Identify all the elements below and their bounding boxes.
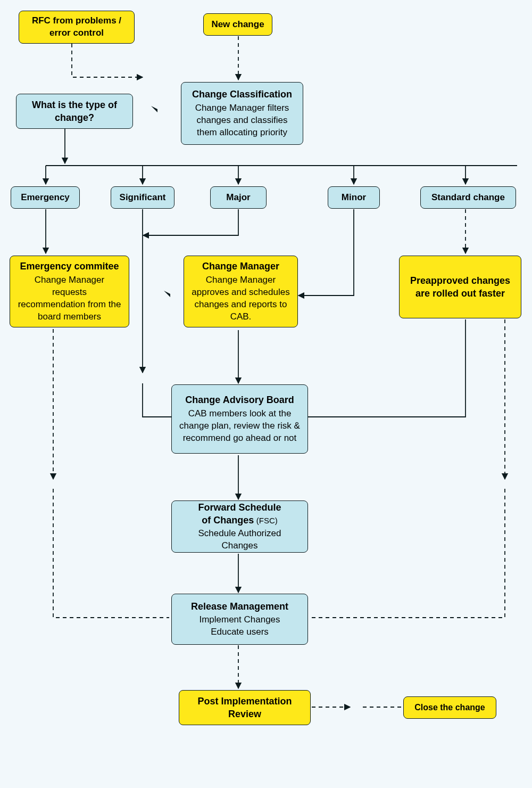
box-close-change: Close the change: [403, 696, 496, 719]
label: Forward Schedule of Changes (FSC): [179, 501, 300, 527]
box-category-standard: Standard change: [420, 186, 516, 209]
label: Change Advisory Board: [179, 393, 300, 406]
sublabel: Schedule Authorized Changes: [179, 528, 300, 552]
label: Preapproved changes are rolled out faste…: [407, 274, 513, 300]
box-rfc-source: RFC from problems / error control: [19, 11, 135, 44]
label: New change: [211, 19, 264, 31]
box-type-question: What is the type of change?: [16, 94, 133, 129]
box-emergency-committee: Emergency commitee Change Manager reques…: [10, 256, 129, 327]
box-fsc: Forward Schedule of Changes (FSC) Schedu…: [171, 500, 308, 553]
box-new-change: New change: [203, 13, 272, 36]
sublabel: Implement Changes Educate users: [179, 614, 300, 638]
label: Significant: [119, 192, 167, 204]
sublabel: Change Manager filters changes and class…: [189, 102, 295, 139]
box-category-significant: Significant: [111, 186, 174, 209]
box-change-manager: Change Manager Change Manager approves a…: [184, 256, 298, 327]
label: Change Classification: [189, 88, 295, 101]
box-preapproved: Preapproved changes are rolled out faste…: [399, 256, 521, 318]
box-change-classification: Change Classification Change Manager fil…: [181, 82, 303, 145]
label: Change Manager: [192, 260, 290, 273]
box-category-major: Major: [210, 186, 267, 209]
label: Close the change: [411, 702, 488, 713]
label: Emergency: [19, 192, 72, 204]
box-category-minor: Minor: [328, 186, 380, 209]
box-release-management: Release Management Implement Changes Edu…: [171, 594, 308, 645]
label: What is the type of change?: [24, 98, 125, 125]
sublabel: CAB members look at the change plan, rev…: [179, 408, 300, 445]
box-post-implementation-review: Post Implementation Review: [179, 690, 311, 725]
label: RFC from problems / error control: [27, 15, 127, 39]
label: Post Implementation Review: [187, 695, 303, 721]
label: Emergency commitee: [18, 260, 121, 273]
label: Standard change: [428, 192, 508, 204]
sublabel: Change Manager approves and schedules ch…: [192, 274, 290, 323]
box-cab: Change Advisory Board CAB members look a…: [171, 384, 308, 454]
label: Release Management: [179, 600, 300, 613]
label: Major: [218, 192, 259, 204]
box-category-emergency: Emergency: [11, 186, 80, 209]
label: Minor: [336, 192, 372, 204]
sublabel: Change Manager requests recommendation f…: [18, 274, 121, 323]
